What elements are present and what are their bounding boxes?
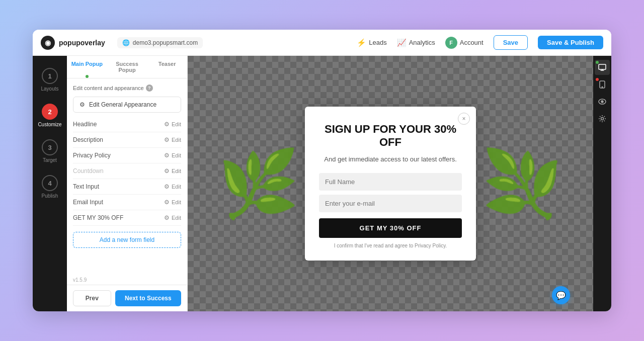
cta-gear-icon: ⚙ (164, 214, 170, 221)
edit-email-input-btn[interactable]: ⚙ Edit (164, 199, 181, 206)
account-avatar: F (445, 37, 457, 49)
step-1-circle: 1 (42, 68, 58, 84)
field-row-text-input: Text Input ⚙ Edit (73, 179, 181, 195)
edit-countdown-btn[interactable]: ⚙ Edit (164, 167, 181, 175)
field-label-privacy: Privacy Policy (73, 152, 111, 159)
popup-subtitle: And get immediate access to our latest o… (319, 154, 462, 164)
field-row-email-input: Email Input ⚙ Edit (73, 195, 181, 210)
step-2-circle: 2 (42, 104, 58, 120)
edit-general-btn[interactable]: ⚙ Edit General Appearance (73, 97, 181, 113)
app-logo: ◉ (41, 36, 55, 50)
field-row-headline: Headline ⚙ Edit (73, 117, 181, 132)
text-input-gear-icon: ⚙ (164, 183, 170, 190)
add-field-btn[interactable]: Add a new form field (73, 232, 181, 248)
popup-privacy-text: I confirm that I've read and agree to Pr… (319, 243, 462, 248)
field-label-cta: GET MY 30% OFF (73, 214, 123, 221)
field-row-description: Description ⚙ Edit (73, 132, 181, 148)
url-text: demo3.popupsmart.com (133, 39, 198, 46)
field-row-privacy: Privacy Policy ⚙ Edit (73, 148, 181, 163)
topbar: ◉ popupoverlay 🌐 demo3.popupsmart.com ⚡ … (33, 30, 611, 56)
logo-area: ◉ popupoverlay (41, 36, 105, 50)
svg-point-4 (601, 101, 603, 103)
right-toolbar (593, 56, 611, 311)
mobile-dot (596, 78, 599, 81)
settings-icon (598, 115, 606, 123)
nav-analytics[interactable]: 📈 Analytics (397, 38, 435, 47)
privacy-gear-icon: ⚙ (164, 152, 170, 159)
step-target[interactable]: 3 Target (42, 135, 58, 167)
save-publish-button[interactable]: Save & Publish (538, 36, 603, 49)
browser-window: ◉ popupoverlay 🌐 demo3.popupsmart.com ⚡ … (33, 30, 611, 311)
email-input[interactable] (319, 195, 462, 212)
popup-close-btn[interactable]: × (458, 113, 470, 125)
field-label-description: Description (73, 136, 103, 143)
desktop-icon (598, 63, 606, 71)
field-label-headline: Headline (73, 121, 97, 128)
app-name: popupoverlay (59, 39, 105, 47)
eye-icon (598, 99, 606, 105)
prev-button[interactable]: Prev (73, 290, 111, 306)
edit-headline-btn[interactable]: ⚙ Edit (164, 121, 181, 128)
svg-rect-0 (599, 64, 606, 69)
leads-icon: ⚡ (357, 38, 366, 47)
version-tag: v1.5.9 (67, 275, 187, 285)
headline-gear-icon: ⚙ (164, 121, 170, 128)
tab-teaser[interactable]: Teaser (147, 56, 187, 78)
mobile-icon (599, 80, 606, 89)
step-3-circle: 3 (42, 139, 58, 155)
panel-tabs: Main Popup Success Popup Teaser (67, 56, 187, 78)
edit-panel: Main Popup Success Popup Teaser Edit con… (67, 56, 188, 311)
step-customize[interactable]: 2 Customize (38, 100, 61, 131)
step-4-label: Publish (42, 193, 58, 199)
main-content: 1 Layouts 2 Customize 3 Target 4 Publish… (33, 56, 611, 311)
palm-right: 🌿 (481, 151, 563, 216)
popup-modal: × SIGN UP FOR YOUR 30% OFF And get immed… (305, 107, 476, 261)
toolbar-mobile-btn[interactable] (595, 77, 610, 92)
tab-main-popup[interactable]: Main Popup (67, 56, 107, 78)
toolbar-settings-btn[interactable] (595, 111, 610, 126)
edit-cta-btn[interactable]: ⚙ Edit (164, 214, 181, 221)
edit-privacy-btn[interactable]: ⚙ Edit (164, 152, 181, 159)
step-3-label: Target (43, 157, 57, 163)
svg-point-5 (601, 118, 604, 120)
email-input-gear-icon: ⚙ (164, 199, 170, 206)
tab-success-popup[interactable]: Success Popup (107, 56, 147, 78)
nav-account[interactable]: F Account (445, 37, 484, 49)
edit-text-input-btn[interactable]: ⚙ Edit (164, 183, 181, 190)
popup-cta-btn[interactable]: GET MY 30% OFF (319, 218, 462, 238)
next-button[interactable]: Next to Success (115, 290, 181, 306)
topbar-right: ⚡ Leads 📈 Analytics F Account Save Save … (357, 35, 603, 50)
step-1-label: Layouts (41, 86, 58, 92)
svg-point-2 (602, 87, 603, 88)
field-row-cta: GET MY 30% OFF ⚙ Edit (73, 210, 181, 226)
globe-icon: 🌐 (122, 39, 130, 46)
step-layouts[interactable]: 1 Layouts (41, 64, 58, 96)
step-publish[interactable]: 4 Publish (42, 171, 58, 203)
description-gear-icon: ⚙ (164, 136, 170, 143)
step-2-label: Customize (38, 122, 61, 127)
steps-sidebar: 1 Layouts 2 Customize 3 Target 4 Publish (33, 56, 67, 311)
panel-body: Edit content and appearance ? ⚙ Edit Gen… (67, 78, 187, 275)
toolbar-preview-btn[interactable] (595, 94, 610, 109)
palm-left: 🌿 (218, 151, 299, 216)
save-button[interactable]: Save (494, 35, 528, 50)
url-bar[interactable]: 🌐 demo3.popupsmart.com (117, 37, 203, 48)
full-name-input[interactable] (319, 173, 462, 191)
step-4-circle: 4 (42, 175, 58, 191)
toolbar-desktop-btn[interactable] (595, 60, 610, 75)
field-label-email-input: Email Input (73, 199, 103, 206)
chat-bubble-btn[interactable]: 💬 (552, 286, 570, 304)
edit-description-btn[interactable]: ⚙ Edit (164, 136, 181, 143)
panel-footer: Prev Next to Success (67, 285, 187, 311)
analytics-icon: 📈 (397, 38, 407, 47)
panel-subtitle: Edit content and appearance ? (73, 84, 181, 92)
nav-leads[interactable]: ⚡ Leads (357, 38, 386, 47)
info-icon: ? (146, 84, 153, 92)
popup-title: SIGN UP FOR YOUR 30% OFF (319, 123, 462, 149)
desktop-dot (596, 61, 599, 64)
countdown-gear-icon: ⚙ (164, 167, 170, 175)
field-label-text-input: Text Input (73, 183, 99, 190)
gear-icon: ⚙ (79, 101, 85, 108)
field-label-countdown: Countdown (73, 167, 104, 175)
canvas-area: 🌿 🌿 × SIGN UP FOR YOUR 30% OFF And get i… (188, 56, 593, 311)
